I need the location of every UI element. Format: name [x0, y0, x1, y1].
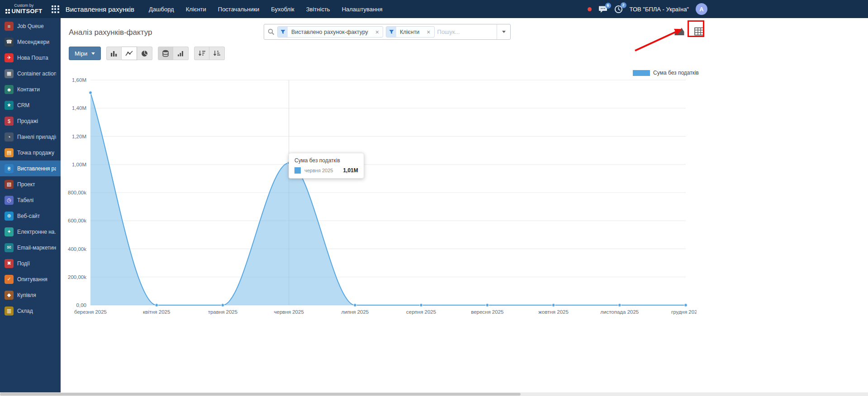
topbar-right: 6 2 ТОВ "БПЛА - Україна" A — [588, 3, 707, 15]
data-point-9[interactable] — [684, 304, 688, 307]
sidebar-item-project[interactable]: ▧Проект — [0, 176, 61, 192]
nova-poshta-app-icon: ✈ — [5, 53, 14, 62]
sidebar-item-messengers[interactable]: ☎Месенджери — [0, 34, 61, 50]
data-point-6[interactable] — [486, 304, 489, 307]
invoicing-app-icon: ₴ — [5, 164, 14, 173]
sidebar-item-sales[interactable]: $Продажі — [0, 113, 61, 129]
topbar-menu-item-vendors[interactable]: Постачальники — [217, 5, 261, 14]
sidebar-item-label: Купівля — [17, 292, 36, 298]
sidebar-item-invoicing[interactable]: ₴Виставлення ра... — [0, 160, 61, 176]
apps-menu-icon[interactable] — [52, 5, 59, 13]
job-queue-app-icon: ≡ — [5, 22, 14, 31]
sidebar-item-inventory[interactable]: ▥Склад — [0, 303, 61, 319]
sort-descending-button[interactable] — [194, 47, 209, 60]
sidebar-item-contacts[interactable]: ☻Контакти — [0, 81, 61, 97]
pie-chart-button[interactable] — [137, 47, 152, 60]
ascending-bars-icon — [177, 50, 184, 57]
sidebar-item-events[interactable]: ✖Події — [0, 255, 61, 271]
activities-badge: 2 — [621, 2, 626, 8]
stacked-toggle-button[interactable] — [158, 47, 173, 60]
data-point-8[interactable] — [618, 304, 621, 307]
svg-text:грудня 2025: грудня 2025 — [671, 309, 697, 315]
data-point-4[interactable] — [354, 304, 357, 307]
scrollbar-thumb[interactable] — [0, 393, 521, 396]
data-point-5[interactable] — [420, 304, 423, 307]
sidebar-item-purchase[interactable]: ◆Купівля — [0, 287, 61, 303]
topbar-menu-item-settings[interactable]: Налаштування — [341, 5, 384, 14]
line-chart[interactable]: 0,00200,00k400,00k600,00k800,00k1,00M1,2… — [63, 68, 697, 321]
website-app-icon: ⊕ — [5, 212, 14, 221]
facet-remove-icon[interactable]: × — [423, 27, 434, 37]
svg-text:200,00k: 200,00k — [68, 274, 86, 280]
contacts-app-icon: ☻ — [5, 85, 14, 94]
filter-funnel-icon — [278, 27, 288, 37]
search-options-toggle[interactable] — [497, 24, 510, 39]
chart-area[interactable]: Сума без податків 0,00200,00k400,00k600,… — [63, 68, 697, 321]
activities-button[interactable]: 2 — [614, 5, 623, 14]
sidebar-item-label: Виставлення ра... — [17, 165, 56, 172]
filter-funnel-icon — [386, 27, 396, 37]
sidebar-item-surveys[interactable]: ✓Опитування — [0, 271, 61, 287]
caret-down-icon — [502, 31, 506, 33]
data-point-2[interactable] — [221, 304, 224, 307]
facet-label: Клієнти — [396, 27, 423, 37]
status-dot-icon — [588, 7, 592, 11]
sidebar-item-label: Месенджери — [17, 39, 49, 45]
sidebar-item-label: Електронне на... — [17, 229, 56, 235]
search-bar[interactable]: Виставлено рахунок-фактуру×Клієнти× — [264, 24, 511, 40]
topbar-menu-item-accounting[interactable]: Бухоблік — [270, 5, 295, 14]
sidebar: ≡Job Queue☎Месенджери✈Нова Пошта▦Contain… — [0, 18, 61, 392]
line-chart-button[interactable] — [122, 47, 137, 60]
sort-ascending-button[interactable] — [209, 47, 225, 60]
sidebar-item-crm[interactable]: ★CRM — [0, 97, 61, 113]
topbar: Custom by UNITSOFT Виставлення рахунків … — [0, 0, 868, 18]
sidebar-item-label: Job Queue — [17, 23, 44, 29]
user-avatar[interactable]: A — [696, 3, 707, 15]
sidebar-item-nova-poshta[interactable]: ✈Нова Пошта — [0, 50, 61, 66]
topbar-menu-item-reporting[interactable]: Звітність — [305, 5, 331, 14]
svg-text:1,40M: 1,40M — [72, 105, 86, 111]
inventory-app-icon: ▥ — [5, 306, 14, 316]
data-point-1[interactable] — [155, 304, 158, 307]
sidebar-item-label: Опитування — [17, 276, 47, 283]
company-switcher[interactable]: ТОВ "БПЛА - Україна" — [630, 6, 689, 13]
sidebar-item-point-of-sale[interactable]: ▤Точка продажу — [0, 145, 61, 160]
main-content: Аналіз рахунків-фактур Виставлено рахуно… — [61, 18, 868, 392]
measures-button[interactable]: Міри — [69, 47, 101, 60]
chart-legend[interactable]: Сума без податків — [633, 70, 699, 76]
sidebar-item-email-marketing[interactable]: ✉Email-маркетинг — [0, 240, 61, 255]
topbar-menu: ДашбордКлієнтиПостачальникиБухоблікЗвітн… — [148, 5, 383, 14]
facet-remove-icon[interactable]: × — [372, 27, 383, 37]
sidebar-item-job-queue[interactable]: ≡Job Queue — [0, 18, 61, 34]
cumulative-toggle-button[interactable] — [173, 47, 189, 60]
pie-chart-icon — [141, 50, 148, 57]
crm-app-icon: ★ — [5, 101, 14, 110]
horizontal-scrollbar[interactable] — [0, 392, 868, 396]
topbar-menu-item-dashboard[interactable]: Дашборд — [148, 5, 175, 14]
sidebar-item-label: Email-маркетинг — [17, 245, 56, 251]
caret-down-icon — [91, 52, 95, 55]
messages-button[interactable]: 6 — [598, 5, 607, 13]
svg-text:400,00k: 400,00k — [68, 246, 86, 252]
svg-text:липня 2025: липня 2025 — [342, 309, 369, 315]
topbar-menu-item-customers[interactable]: Клієнти — [185, 5, 207, 14]
unitsoft-logo: Custom by UNITSOFT — [0, 4, 47, 14]
tooltip-value: 1,01M — [343, 167, 358, 174]
sidebar-item-timesheets[interactable]: ◷Табелі — [0, 192, 61, 208]
search-input[interactable] — [435, 24, 497, 39]
stack-group — [158, 47, 189, 60]
sidebar-item-elearning[interactable]: ✦Електронне на... — [0, 224, 61, 240]
sidebar-item-dashboards[interactable]: ◔Панелі приладів — [0, 129, 61, 145]
svg-text:серпня 2025: серпня 2025 — [406, 309, 436, 315]
project-app-icon: ▧ — [5, 180, 14, 189]
current-app-name[interactable]: Виставлення рахунків — [66, 5, 134, 13]
data-point-7[interactable] — [552, 304, 555, 307]
sidebar-item-website[interactable]: ⊕Веб-сайт — [0, 208, 61, 224]
chart-tooltip: Сума без податків червня 2025 1,01M — [289, 153, 364, 179]
data-point-0[interactable] — [89, 91, 92, 94]
sidebar-item-label: Склад — [17, 308, 33, 314]
sidebar-item-label: Панелі приладів — [17, 134, 56, 140]
sidebar-item-container-actions[interactable]: ▦Container actions — [0, 66, 61, 81]
bar-chart-button[interactable] — [106, 47, 122, 60]
timesheets-app-icon: ◷ — [5, 196, 14, 205]
